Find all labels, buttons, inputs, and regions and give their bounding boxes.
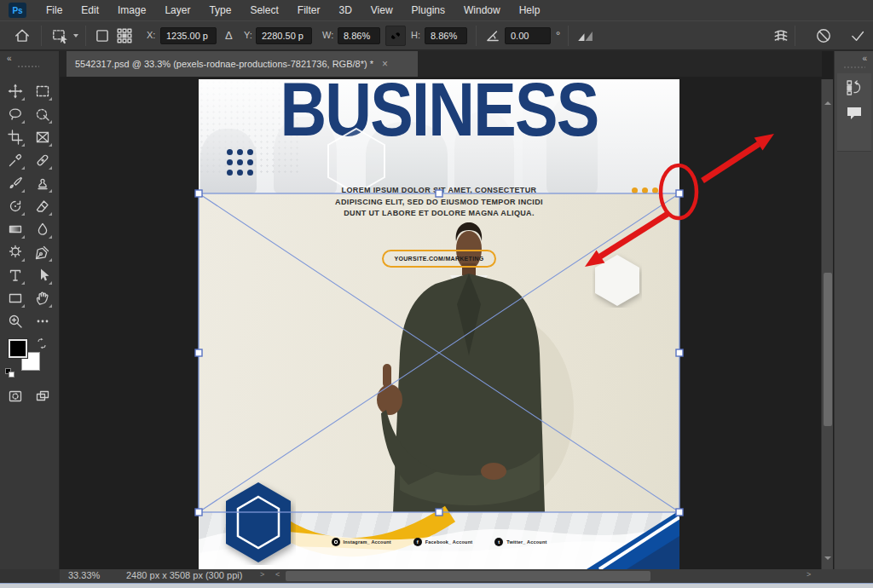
vertical-scrollbar[interactable] bbox=[821, 79, 833, 569]
width-label: W: bbox=[322, 30, 333, 40]
tool-eraser[interactable] bbox=[32, 195, 54, 217]
toggle-reference-point-checkbox[interactable] bbox=[94, 27, 111, 44]
screen-mode-icon[interactable] bbox=[32, 385, 54, 407]
menu-edit[interactable]: Edit bbox=[72, 0, 108, 20]
right-panel-dock: « bbox=[834, 51, 873, 569]
status-options-chevron[interactable]: > bbox=[260, 570, 264, 579]
warp-mode-icon[interactable] bbox=[772, 27, 789, 44]
tool-frame[interactable] bbox=[32, 126, 54, 148]
tool-spot-healing-brush[interactable] bbox=[32, 149, 54, 171]
document-tab-bar: 5542317.psd @ 33.3% (pexels-rodnae-produ… bbox=[60, 51, 822, 77]
chevron-down-icon[interactable] bbox=[73, 34, 78, 37]
tool-blur[interactable] bbox=[32, 218, 54, 240]
menu-bar: Ps File Edit Image Layer Type Select Fil… bbox=[0, 0, 873, 20]
tool-clone-stamp[interactable] bbox=[32, 172, 54, 194]
relative-position-toggle[interactable]: Δ bbox=[225, 29, 233, 42]
home-icon[interactable] bbox=[14, 27, 31, 44]
tool-rectangle[interactable] bbox=[4, 287, 26, 309]
quick-mask-mode-icon[interactable] bbox=[4, 385, 26, 407]
tool-object-selection[interactable] bbox=[32, 103, 54, 125]
tool-rectangular-marquee[interactable] bbox=[32, 80, 54, 102]
menu-select[interactable]: Select bbox=[240, 0, 287, 20]
skew-icon[interactable] bbox=[576, 27, 593, 44]
photoshop-window: Ps File Edit Image Layer Type Select Fil… bbox=[0, 0, 873, 588]
twitter-icon: t bbox=[494, 538, 503, 546]
vertical-scrollbar-thumb[interactable] bbox=[824, 273, 832, 426]
collapse-tools-icon[interactable]: « bbox=[7, 54, 13, 63]
y-label: Y: bbox=[244, 30, 252, 40]
scroll-up-icon[interactable] bbox=[824, 101, 831, 105]
zoom-level-field[interactable]: 33.33% bbox=[68, 570, 100, 580]
tool-crop[interactable] bbox=[4, 126, 26, 148]
edit-toolbar-ellipsis-icon[interactable] bbox=[32, 310, 54, 332]
social-instagram: Instagram_ Account bbox=[332, 538, 391, 546]
reference-point-locator-icon[interactable] bbox=[116, 27, 133, 44]
window-bottom-edge bbox=[0, 583, 873, 588]
menu-file[interactable]: File bbox=[37, 0, 72, 20]
decor-navy-hexagon bbox=[221, 480, 296, 565]
menu-window[interactable]: Window bbox=[454, 0, 510, 20]
x-label: X: bbox=[147, 30, 155, 40]
instagram-icon bbox=[332, 538, 340, 546]
swap-colors-icon[interactable] bbox=[36, 337, 48, 349]
color-swatches bbox=[5, 337, 49, 382]
tool-move[interactable] bbox=[4, 80, 26, 102]
tool-pen[interactable] bbox=[32, 241, 54, 263]
panel-grip[interactable] bbox=[843, 66, 865, 69]
comments-panel-icon[interactable] bbox=[845, 104, 864, 123]
menu-3d[interactable]: 3D bbox=[329, 0, 361, 20]
width-field[interactable]: 8.86% bbox=[338, 27, 380, 44]
tools-panel: « bbox=[0, 51, 60, 569]
commit-transform-icon[interactable] bbox=[849, 27, 866, 44]
tool-hand[interactable] bbox=[32, 287, 54, 309]
tool-brush[interactable] bbox=[4, 172, 26, 194]
tool-type[interactable] bbox=[4, 264, 26, 286]
flyer-headline: BUSINESS bbox=[232, 79, 645, 147]
menu-image[interactable]: Image bbox=[108, 0, 155, 20]
scroll-down-icon[interactable] bbox=[824, 556, 831, 560]
scroll-right-icon[interactable]: > bbox=[807, 570, 811, 579]
rotation-field[interactable]: 0.00 bbox=[505, 27, 551, 44]
expand-panels-icon[interactable]: « bbox=[862, 54, 868, 63]
close-tab-icon[interactable]: × bbox=[382, 58, 388, 70]
status-bar: 33.33% 2480 px x 3508 px (300 ppi) > < > bbox=[0, 569, 873, 583]
menu-help[interactable]: Help bbox=[510, 0, 550, 20]
flyer-cta-pill: YOURSITE.COM/MARKETING bbox=[382, 250, 496, 268]
scroll-left-icon[interactable]: < bbox=[275, 570, 280, 579]
tool-dodge[interactable] bbox=[4, 241, 26, 263]
panel-grip[interactable] bbox=[17, 65, 39, 68]
transform-tool-icon[interactable] bbox=[51, 27, 68, 44]
menu-plugins[interactable]: Plugins bbox=[402, 0, 454, 20]
tool-history-brush[interactable] bbox=[4, 195, 26, 217]
maintain-aspect-ratio-link-icon[interactable] bbox=[385, 26, 406, 46]
document-tab[interactable]: 5542317.psd @ 33.3% (pexels-rodnae-produ… bbox=[66, 51, 418, 77]
cancel-transform-icon[interactable] bbox=[815, 27, 832, 44]
foreground-color-swatch[interactable] bbox=[9, 339, 27, 358]
history-panel-icon[interactable] bbox=[845, 78, 864, 97]
height-field[interactable]: 8.86% bbox=[425, 27, 467, 44]
divider bbox=[41, 26, 42, 46]
y-position-field[interactable]: 2280.50 p bbox=[256, 27, 312, 44]
social-facebook: f Facebook_ Account bbox=[413, 538, 472, 546]
photoshop-logo: Ps bbox=[9, 3, 26, 18]
tool-zoom[interactable] bbox=[4, 310, 26, 332]
horizontal-scrollbar-thumb[interactable] bbox=[286, 571, 650, 581]
tool-lasso[interactable] bbox=[4, 103, 26, 125]
menu-type[interactable]: Type bbox=[199, 0, 240, 20]
tool-path-selection[interactable] bbox=[32, 264, 54, 286]
businessman-photo bbox=[327, 197, 599, 512]
menu-layer[interactable]: Layer bbox=[155, 0, 199, 20]
social-links-row: Instagram_ Account f Facebook_ Account t… bbox=[199, 538, 679, 546]
tool-gradient[interactable] bbox=[4, 218, 26, 240]
default-colors-icon[interactable] bbox=[5, 368, 15, 378]
divider bbox=[85, 26, 86, 46]
x-position-field[interactable]: 1235.00 p bbox=[160, 27, 217, 44]
menu-filter[interactable]: Filter bbox=[288, 0, 330, 20]
status-left-spacer bbox=[0, 569, 60, 583]
options-bar: X: 1235.00 p Δ Y: 2280.50 p W: 8.86% H: … bbox=[0, 20, 873, 51]
menu-view[interactable]: View bbox=[361, 0, 402, 20]
social-twitter: t Twitter_ Account bbox=[494, 538, 546, 546]
divider bbox=[795, 26, 795, 46]
tool-eyedropper[interactable] bbox=[4, 149, 26, 171]
canvas[interactable]: BUSINESS LOREM IPSUM DOLOR SIT AMET, CON… bbox=[199, 79, 679, 569]
